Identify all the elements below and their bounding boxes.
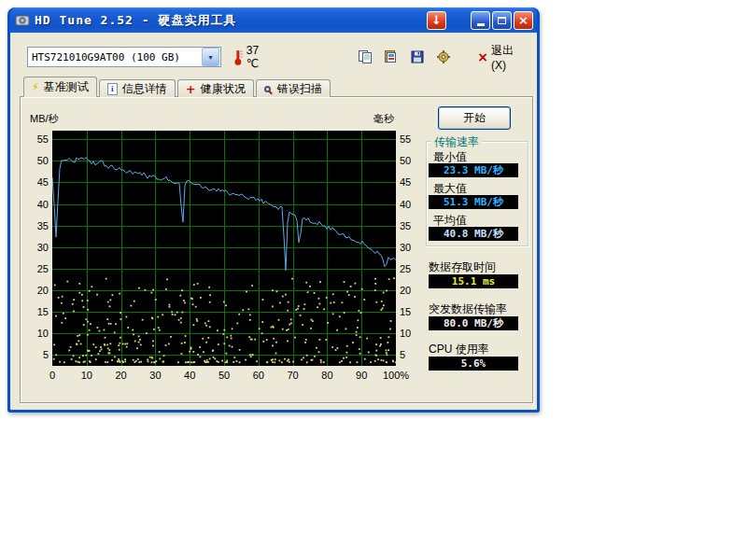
y-tick-label-left: 20 [22,285,49,296]
options-gear-icon [436,49,451,64]
drive-select-value: HTS721010G9AT00 (100 GB) [28,51,202,63]
toolbar-buttons [356,49,453,65]
y-tick-label-right: 50 [400,155,426,166]
x-tick-label: 20 [106,370,136,381]
benchmark-plot-canvas [52,131,396,366]
maximize-button[interactable] [492,11,512,30]
cpu-usage-label: CPU 使用率 [429,342,489,357]
y-tick-label-left: 55 [22,133,49,145]
minimize-icon [477,23,485,26]
burst-rate-value: 80.0 MB/秒 [429,316,518,330]
minimize-button[interactable] [471,11,490,30]
y-tick-label-left: 40 [22,199,49,210]
y-tick-label-left: 25 [22,263,49,274]
start-button[interactable]: 开始 [438,106,511,130]
benchmark-panel: MB/秒 毫秒 55101015152020252530303535404045… [20,96,533,403]
y-tick-label-left: 15 [22,306,49,317]
y-tick-label-left: 5 [22,349,49,360]
hdtune-window: HD Tune 2.52 - 硬盘实用工具 ↓ × HTS721010G9AT0… [7,7,540,413]
y-tick-label-left: 35 [22,220,49,231]
options-button[interactable] [434,49,453,65]
toolbar: HTS721010G9AT00 (100 GB) ▼ 37 ℃ [27,46,528,68]
download-arrow-icon: ↓ [431,14,442,26]
tab-error-scan[interactable]: 错误扫描 [256,79,331,97]
window-body: HTS721010G9AT00 (100 GB) ▼ 37 ℃ [10,33,537,410]
copy-screenshot-button[interactable] [382,49,401,65]
y-tick-label-right: 35 [400,220,426,231]
copy-text-icon [358,49,373,64]
x-tick-label: 100% [381,370,411,381]
temperature-value: 37 ℃ [247,44,275,70]
y-tick-label-right: 40 [400,199,426,210]
maximize-icon [498,17,506,24]
exit-label: 退出(X) [491,43,528,72]
thermometer-icon [233,48,244,66]
tab-error-scan-label: 错误扫描 [277,81,322,97]
x-tick-label: 60 [244,370,274,381]
max-value: 51.3 MB/秒 [429,195,518,209]
magnifier-icon [264,86,271,92]
tab-benchmark-label: 基准测试 [44,79,89,95]
x-tick-label: 80 [312,370,342,381]
chevron-down-icon: ▼ [207,54,214,61]
transfer-rate-group-label: 传输速率 [431,134,482,150]
hdtune-app-icon [15,13,30,28]
exit-x-icon: × [477,50,488,63]
results-column: 开始 传输速率 最小值 23.3 MB/秒 最大值 51.3 MB/秒 平均值 … [426,97,532,402]
tab-info[interactable]: i 信息详情 [99,79,176,97]
tab-info-label: 信息详情 [122,81,167,97]
title-bar[interactable]: HD Tune 2.52 - 硬盘实用工具 ↓ × [10,7,537,33]
y-tick-label-right: 30 [400,242,426,253]
y-tick-label-right: 20 [400,285,426,296]
min-value: 23.3 MB/秒 [429,163,518,177]
health-cross-icon: + [186,82,196,96]
x-tick-label: 50 [209,370,239,381]
download-button[interactable]: ↓ [427,11,446,30]
cpu-usage-value: 5.6% [429,357,518,371]
drive-select[interactable]: HTS721010G9AT00 (100 GB) ▼ [27,47,221,67]
copy-text-button[interactable] [356,49,374,65]
tab-bar: ⚡ 基准测试 i 信息详情 + 健康状况 错误扫描 [23,77,332,97]
benchmark-chart: MB/秒 毫秒 55101015152020252530303535404045… [21,97,426,402]
close-icon: × [518,14,529,26]
copy-screenshot-icon [384,49,399,64]
y-tick-label-right: 25 [400,263,426,274]
tab-health[interactable]: + 健康状况 [177,79,254,97]
save-screenshot-button[interactable] [408,49,427,65]
access-time-label: 数据存取时间 [429,259,496,275]
close-button[interactable]: × [514,11,533,30]
info-icon: i [107,83,118,95]
tab-health-label: 健康状况 [201,81,246,97]
benchmark-icon: ⚡ [32,82,39,92]
y-tick-label-left: 30 [22,242,49,253]
y-axis-unit-left: MB/秒 [30,112,59,126]
y-tick-label-left: 10 [22,328,49,339]
x-tick-label: 40 [175,370,204,381]
window-title: HD Tune 2.52 - 硬盘实用工具 [35,12,427,29]
x-tick-label: 90 [346,370,376,381]
avg-value: 40.8 MB/秒 [429,227,518,241]
x-tick-label: 0 [37,370,67,381]
y-tick-label-right: 5 [400,349,426,360]
y-tick-label-right: 10 [400,328,426,339]
access-time-value: 15.1 ms [429,274,518,288]
y-axis-unit-right: 毫秒 [374,112,394,126]
y-tick-label-right: 45 [400,176,426,188]
temperature-indicator: 37 ℃ [233,44,274,70]
y-tick-label-left: 50 [22,155,49,166]
x-tick-label: 70 [278,370,308,381]
y-tick-label-right: 55 [400,133,426,145]
exit-button[interactable]: × 退出(X) [477,43,528,72]
x-tick-label: 10 [72,370,102,381]
burst-rate-label: 突发数据传输率 [429,301,507,317]
dropdown-arrow-button[interactable]: ▼ [202,48,219,66]
x-tick-label: 30 [140,370,170,381]
y-tick-label-left: 45 [22,176,49,188]
save-icon [410,49,425,64]
tab-benchmark[interactable]: ⚡ 基准测试 [23,77,97,97]
y-tick-label-right: 15 [400,306,426,317]
